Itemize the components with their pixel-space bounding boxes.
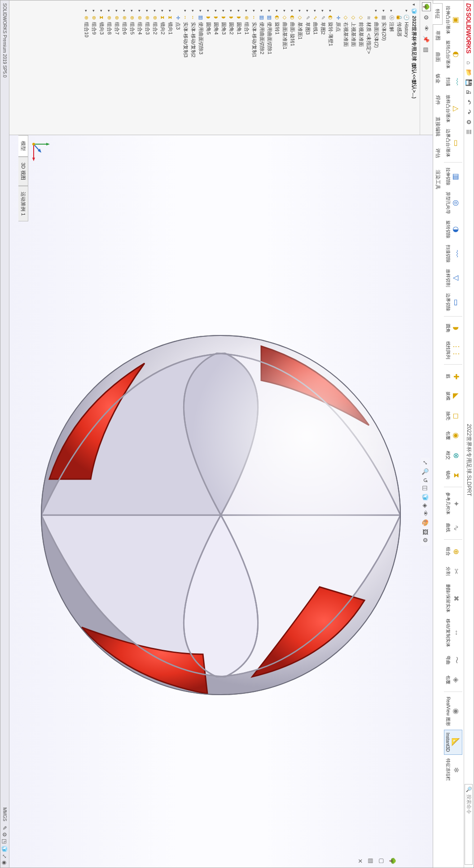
expand-toggle-icon[interactable]: ▸	[138, 9, 142, 13]
status-icon[interactable]: ◉	[2, 860, 8, 865]
tree-item[interactable]: ✛原点	[334, 0, 342, 135]
ribbon-tab[interactable]: 草图	[433, 25, 443, 46]
expand-toggle-icon[interactable]: ▸	[145, 9, 150, 13]
cut-revolve-button[interactable]: ◑旋转切除	[445, 218, 462, 241]
expand-toggle-icon[interactable]: ▸	[184, 9, 188, 13]
tree-item[interactable]: ▸◐旋转1	[273, 0, 281, 135]
ref-geom-button[interactable]: ✦参考几何体	[445, 489, 462, 517]
loft-button[interactable]: △放样凸台/基体	[445, 92, 462, 126]
intersect-button[interactable]: ⊗相交	[445, 446, 462, 465]
tree-item[interactable]: ▸▥使用曲面切除1	[266, 0, 273, 135]
tree-item[interactable]: ▸⊕组合10	[83, 0, 90, 135]
expand-toggle-icon[interactable]: ▸	[84, 9, 89, 13]
tree-item[interactable]: ◇前视基准面	[357, 0, 365, 135]
status-icon[interactable]: ⤢	[2, 854, 8, 859]
expand-toggle-icon[interactable]: ▸	[329, 9, 333, 13]
tree-item[interactable]: ▸◐旋转-薄壁1	[327, 0, 334, 135]
feature-tree-icon[interactable]: 🌳	[422, 2, 431, 11]
expand-toggle-icon[interactable]: ▸	[199, 9, 203, 13]
tree-item[interactable]: ▸🕘History	[403, 0, 410, 135]
tree-item[interactable]: ▸✎草图2	[319, 0, 327, 135]
tree-item[interactable]: ▸↔实体-移动/复制3	[182, 0, 189, 135]
split-button[interactable]: ✂分割	[445, 562, 462, 581]
expand-toggle-icon[interactable]: ▸	[168, 9, 173, 13]
expand-toggle-icon[interactable]: ▸	[153, 9, 158, 13]
tree-item[interactable]: ▸◇曲面基准面1	[281, 0, 289, 135]
expand-toggle-icon[interactable]: ▸	[222, 9, 226, 13]
expand-toggle-icon[interactable]: ▸	[130, 9, 135, 13]
tree-item[interactable]: ▸◗圆角3	[220, 0, 228, 135]
expand-toggle-icon[interactable]	[176, 9, 180, 13]
wrap-button[interactable]: ◉包覆	[445, 426, 462, 445]
expand-icon[interactable]: ▤	[422, 45, 431, 54]
tree-item[interactable]: ▸⧗镜向3	[98, 0, 105, 135]
tree-item[interactable]: ▸⧗镜向2	[159, 0, 167, 135]
print-icon[interactable]: 🖨	[465, 88, 473, 97]
tree-item[interactable]: ▸◗圆角2	[228, 0, 235, 135]
prev-view-icon[interactable]: ↺	[422, 478, 429, 483]
feature-tree-icon[interactable]: 🌳	[389, 857, 397, 865]
redo-icon[interactable]: ↷	[465, 108, 473, 116]
tree-item[interactable]: ▸◗圆角5	[205, 0, 212, 135]
model-tab[interactable]: 3D 视图	[18, 157, 28, 186]
tree-item[interactable]: ▸⊕组合4	[136, 0, 144, 135]
fillet-button[interactable]: ◗圆角	[445, 319, 462, 338]
revolve-boss-button[interactable]: ◐旋转凸台/基体	[445, 38, 462, 71]
feature-repair-button[interactable]: ❄特征冻结栏	[445, 756, 462, 784]
combine-button[interactable]: ⊕组合	[445, 542, 462, 561]
model-tab[interactable]: 模型	[18, 135, 28, 157]
tree-item[interactable]: ▸⧗镜向1	[167, 0, 174, 135]
expand-toggle-icon[interactable]: ▸	[229, 9, 234, 13]
expand-toggle-icon[interactable]: ▸	[115, 9, 119, 13]
expand-toggle-icon[interactable]	[336, 9, 341, 13]
expand-toggle-icon[interactable]: ▸	[237, 9, 241, 13]
expand-toggle-icon[interactable]: ▸	[275, 9, 280, 13]
expand-toggle-icon[interactable]: ▸	[306, 9, 310, 13]
expand-toggle-icon[interactable]	[351, 9, 356, 13]
tree-item[interactable]: ≋材质 <未指定>	[365, 0, 373, 135]
tree-item[interactable]: ▸◗圆角1	[235, 0, 243, 135]
instant3d-button[interactable]: 📐Instant3D	[444, 730, 462, 755]
zoom-area-icon[interactable]: 🔍	[422, 468, 429, 475]
section-icon[interactable]: ◫	[422, 485, 429, 491]
open-icon[interactable]: 📂	[465, 69, 473, 77]
ribbon-tab[interactable]: 焊件	[433, 89, 443, 111]
ribbon-tab[interactable]: 特征	[433, 3, 443, 25]
sweep-button[interactable]: 〰扫描	[445, 72, 462, 91]
tree-item[interactable]: ▸⊕组合9	[90, 0, 98, 135]
undo-icon[interactable]: ↶	[465, 98, 473, 106]
delete-body-button[interactable]: ✖删除/保留实体	[445, 582, 462, 615]
expand-toggle-icon[interactable]: ▸	[206, 9, 211, 13]
config-icon[interactable]: ⚙	[422, 13, 431, 22]
expand-toggle-icon[interactable]: ▸	[191, 9, 196, 13]
expand-toggle-icon[interactable]: ▸	[290, 9, 295, 13]
expand-toggle-icon[interactable]: ▸	[100, 9, 104, 13]
home-icon[interactable]: ⌂	[465, 59, 473, 67]
cut-loft-button[interactable]: ▽放样切割	[445, 266, 462, 290]
rib-button[interactable]: ✚筋	[445, 367, 462, 386]
display-style-icon[interactable]: ◈	[422, 503, 429, 508]
expand-toggle-icon[interactable]	[359, 9, 364, 13]
pattern-button[interactable]: ⋮⋮线性阵列	[445, 339, 462, 362]
options-icon[interactable]: ☰	[465, 128, 473, 136]
expand-toggle-icon[interactable]: ▸	[382, 9, 386, 13]
view-orient-icon[interactable]: 🧊	[422, 493, 429, 501]
tree-item[interactable]: ▾🧊2022世界杯专用足球 (默认<<默认>...)	[410, 0, 418, 135]
tree-item[interactable]: ▸◈曲面实体(2)	[373, 0, 380, 135]
expand-toggle-icon[interactable]: ▸	[161, 9, 165, 13]
expand-toggle-icon[interactable]: ▸	[313, 9, 318, 13]
tree-item[interactable]: ▸⊕组合8	[105, 0, 113, 135]
collapse-icon[interactable]: ▢	[378, 857, 386, 865]
realview-button[interactable]: ◉RealView 图形	[445, 694, 462, 729]
tree-item[interactable]: ▸⊕组合3	[144, 0, 151, 135]
tree-item[interactable]: ▸⊕组合7	[113, 0, 121, 135]
tree-item[interactable]: ✛点3	[174, 0, 182, 135]
status-icon[interactable]: ✎	[2, 826, 8, 830]
display-icon[interactable]: 👁	[422, 24, 431, 33]
curves-button[interactable]: ∿曲线	[445, 518, 462, 537]
tree-item[interactable]: ◇上视基准面	[350, 0, 357, 135]
expand-toggle-icon[interactable]: ▸	[268, 9, 272, 13]
tree-item[interactable]: 🔒传感器	[395, 0, 403, 135]
expand-toggle-icon[interactable]: ▸	[404, 9, 409, 13]
appearance-icon[interactable]: 🎨	[422, 519, 429, 526]
